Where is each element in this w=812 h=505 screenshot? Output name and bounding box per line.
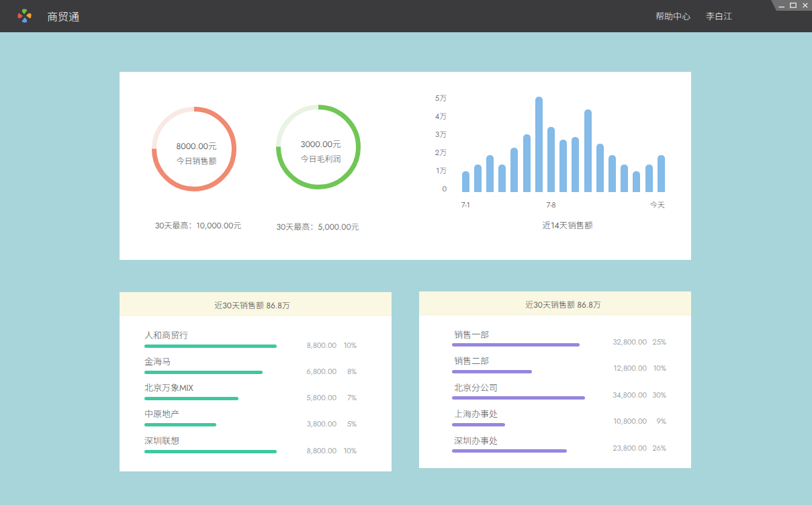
rank-row: 销售二部12,800.0010% — [419, 347, 691, 374]
logo-petal-top — [21, 8, 27, 13]
rank-row: 中原地产3,800.005% — [120, 400, 392, 426]
sales-bar — [486, 155, 494, 192]
rank-bar — [144, 450, 277, 453]
dept-rank-card: 近30天销售额 86.8万 销售一部32,800.0025%销售二部12,800… — [419, 291, 691, 468]
rank-bar — [452, 370, 532, 373]
rank-values: 32,800.0025% — [613, 333, 666, 349]
rank-bar — [452, 449, 567, 453]
dept-rank-list: 销售一部32,800.0025%销售二部12,800.0010%北京分公司34,… — [419, 316, 691, 468]
minimize-icon[interactable] — [776, 0, 787, 11]
rank-values: 8,800.0010% — [307, 442, 357, 457]
sales-bar — [584, 109, 592, 192]
maximize-icon[interactable] — [788, 0, 799, 11]
rank-percent: 25% — [647, 336, 666, 347]
rank-label: 中原地产 — [144, 409, 179, 420]
rank-label: 金海马 — [144, 357, 171, 367]
rank-row: 深圳办事处23,800.0026% — [419, 426, 691, 453]
rank-row: 北京分公司34,800.0030% — [419, 373, 691, 400]
sales-bar — [547, 127, 555, 192]
rank-percent: 10% — [336, 445, 357, 456]
rank-value: 10,800.00 — [613, 416, 647, 426]
rank-percent: 10% — [647, 363, 666, 373]
rank-values: 12,800.0010% — [614, 359, 666, 375]
rank-row: 北京万象MIX5,800.007% — [120, 374, 392, 400]
rank-percent: 26% — [647, 443, 666, 453]
user-menu[interactable]: 李白江 — [706, 0, 732, 32]
rank-row: 人和商贸行8,800.0010% — [120, 321, 392, 347]
customer-rank-list: 人和商贸行8,800.0010%金海马6,800.008%北京万象MIX5,80… — [120, 316, 392, 471]
rank-label: 北京万象MIX — [144, 383, 193, 394]
sales-bar — [523, 134, 531, 192]
sales-bar — [559, 140, 567, 192]
app-title: 商贸通 — [47, 0, 79, 32]
sales-bar — [658, 155, 665, 192]
rank-label: 销售二部 — [454, 356, 489, 367]
rank-value: 23,800.00 — [613, 443, 647, 453]
x-tick-label: 7-8 — [525, 199, 578, 210]
sales-bar — [596, 144, 604, 192]
sales-14d-bar-chart — [461, 72, 678, 192]
rank-value: 34,800.00 — [613, 389, 647, 400]
rank-percent: 30% — [647, 389, 666, 400]
rank-row: 上海办事处10,800.009% — [419, 400, 691, 427]
rank-bar — [452, 396, 585, 400]
dept-rank-title: 近30天销售额 86.8万 — [419, 291, 691, 316]
rank-label: 北京分公司 — [454, 383, 498, 394]
sales-bar — [621, 165, 628, 192]
rank-label: 人和商贸行 — [144, 330, 188, 341]
sales-bar — [462, 171, 469, 192]
rank-label: 销售一部 — [454, 330, 489, 340]
rank-label: 深圳办事处 — [454, 436, 498, 447]
rank-value: 8,800.00 — [307, 445, 336, 456]
rank-row: 销售一部32,800.0025% — [419, 320, 691, 347]
customer-rank-card: 近30天销售额 86.8万 人和商贸行8,800.0010%金海马6,800.0… — [120, 292, 392, 471]
rank-values: 10,800.009% — [613, 412, 666, 428]
rank-value: 32,800.00 — [613, 336, 647, 347]
logo-petal-bottom — [22, 17, 28, 22]
sales-bar — [498, 165, 506, 192]
rank-label: 深圳联想 — [144, 436, 179, 447]
x-tick-label: 7-1 — [439, 199, 492, 210]
y-tick-label: 2万 — [406, 147, 447, 158]
y-tick-label: 1万 — [406, 165, 447, 176]
rank-values: 34,800.0030% — [613, 386, 666, 402]
y-tick-label: 3万 — [406, 129, 447, 140]
x-tick-label: 今天 — [611, 199, 665, 210]
rank-row: 深圳联想8,800.0010% — [120, 426, 392, 453]
sales-bar — [510, 148, 518, 192]
logo-petal-left — [17, 13, 23, 18]
help-center-link[interactable]: 帮助中心 — [656, 0, 690, 32]
sales-bar — [474, 165, 482, 192]
logo-petal-right — [26, 12, 32, 17]
rank-value: 12,800.00 — [614, 363, 647, 373]
sales-bar — [535, 97, 543, 192]
y-tick-label: 4万 — [406, 111, 447, 122]
sales-bar — [633, 171, 640, 192]
titlebar: 商贸通 帮助中心 李白江 — [0, 0, 812, 32]
app-logo-icon — [17, 8, 32, 24]
rank-bar — [452, 343, 580, 347]
today-overview-card: 8000.00元 今日销售额 30天最高：10,000.00元 3000.00元… — [120, 72, 691, 260]
rank-bar — [452, 423, 505, 426]
rank-percent: 9% — [647, 416, 666, 426]
sales-bar — [608, 155, 616, 192]
sales-bar — [645, 165, 653, 192]
rank-label: 上海办事处 — [454, 409, 498, 420]
customer-rank-title: 近30天销售额 86.8万 — [120, 292, 392, 316]
rank-values: 23,800.0026% — [613, 439, 666, 455]
sales-bar — [572, 137, 579, 192]
close-icon[interactable] — [800, 0, 811, 11]
rank-row: 金海马6,800.008% — [120, 347, 392, 373]
window-controls — [776, 0, 812, 11]
y-tick-label: 5万 — [406, 93, 447, 103]
sales-chart-title: 近14天销售额 — [467, 220, 668, 232]
y-tick-label: 0 — [406, 183, 447, 194]
